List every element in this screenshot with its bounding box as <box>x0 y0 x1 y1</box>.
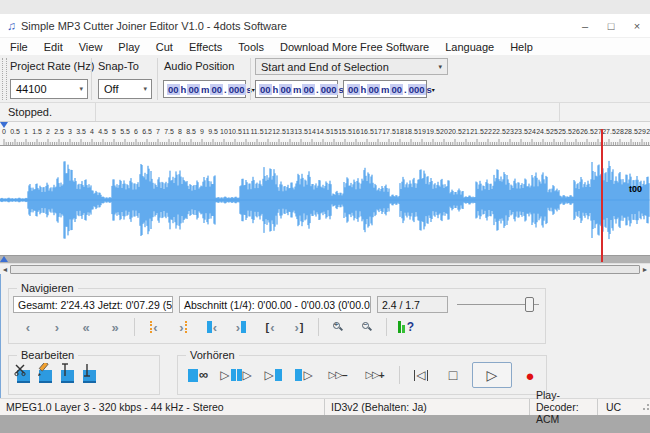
to-file-end-button[interactable]: ›] <box>286 317 312 337</box>
play-to-selection-button[interactable]: ▷ <box>260 363 286 387</box>
trim-end-button[interactable] <box>83 364 96 388</box>
waveform-panel[interactable] <box>0 145 650 256</box>
skip-start-icon: ◁ <box>416 369 425 381</box>
marker-strip <box>0 256 650 263</box>
menu-view[interactable]: View <box>71 41 111 53</box>
to-selection-end-button[interactable]: › <box>228 317 254 337</box>
prev-marker-button[interactable]: ‹ <box>141 317 167 337</box>
selection-mode-label: Start and End of Selection <box>261 61 389 73</box>
skip-to-start-button[interactable]: ◁ <box>408 363 434 387</box>
trim-start-button[interactable] <box>61 364 74 388</box>
navigate-group-label: Navigieren <box>17 282 78 294</box>
snap-to-combobox[interactable]: Off ▾ <box>98 79 152 99</box>
selection-bar-icon <box>237 369 242 381</box>
spinner-dropdown-icon[interactable]: ▾ <box>432 86 435 93</box>
menu-cut[interactable]: Cut <box>148 41 181 53</box>
toolbar-separator <box>157 58 158 100</box>
preview-longer-button[interactable]: ▷▷ + <box>359 363 391 387</box>
record-icon: ● <box>525 368 534 383</box>
play-button[interactable]: ▷ <box>472 362 512 388</box>
zoom-slider[interactable] <box>457 296 539 313</box>
snap-to-label: Snap-To <box>98 60 139 72</box>
menu-effects[interactable]: Effects <box>181 41 230 53</box>
zoom-ratio-box: 2.4 / 1.7 <box>377 296 448 313</box>
step-forward-button[interactable]: › <box>44 317 70 337</box>
selection-bar-icon <box>295 369 302 381</box>
preview-group-label: Vorhören <box>186 349 239 361</box>
transport-status-row: Stopped. <box>0 103 650 122</box>
close-button[interactable]: × <box>624 15 650 37</box>
menu-file[interactable]: File <box>2 41 36 53</box>
selection-mode-combobox[interactable]: Start and End of Selection ▾ <box>255 58 448 75</box>
jump-forward-button[interactable]: » <box>102 317 128 337</box>
slider-thumb[interactable] <box>525 297 534 312</box>
scroll-right-icon[interactable]: ► <box>640 266 650 273</box>
clip-label: t00 <box>629 184 642 194</box>
help-button[interactable]: ? <box>393 317 419 337</box>
separator <box>399 366 400 384</box>
ruler-ticks <box>0 122 650 145</box>
marker-dash-icon <box>150 321 152 333</box>
play-from-selection-button[interactable]: ▷ <box>291 363 317 387</box>
zoom-in-button[interactable]: + <box>325 317 351 337</box>
menu-edit[interactable]: Edit <box>36 41 71 53</box>
trim-start-icon <box>61 370 74 383</box>
menu-download-more-free-software[interactable]: Download More Free Software <box>272 41 437 53</box>
edit-group-label: Bearbeiten <box>17 349 78 361</box>
audio-position-field[interactable]: 00h00m00.000s▾ <box>163 80 246 98</box>
maximize-button[interactable]: □ <box>598 15 624 37</box>
navigate-buttons: ‹ › « » ‹ › ‹ › [‹ ›] + − ? <box>15 316 419 338</box>
preview-shorter-button[interactable]: ▷▷ – <box>322 363 354 387</box>
scroll-left-icon[interactable]: ◄ <box>0 266 10 273</box>
status-empty-cell <box>560 103 650 121</box>
stop-button[interactable]: □ <box>439 363 467 387</box>
record-button[interactable]: ● <box>517 363 543 387</box>
menu-language[interactable]: Language <box>437 41 502 53</box>
help-icon: ? <box>398 321 414 333</box>
resize-grip-icon[interactable] <box>641 404 649 412</box>
selection-start-marker-bottom-icon[interactable] <box>0 256 8 262</box>
loop-selection-button[interactable]: ∞ <box>184 363 212 387</box>
pencil-icon <box>39 370 52 383</box>
cut-selection-button[interactable] <box>17 364 30 388</box>
audio-position-label: Audio Position <box>164 60 234 72</box>
status-empty-cell <box>96 103 560 121</box>
menu-bar: FileEditViewPlayCutEffectsToolsDownload … <box>0 38 650 55</box>
horizontal-scrollbar[interactable]: ◄ ► <box>0 263 650 274</box>
project-rate-combobox[interactable]: 44100 ▾ <box>10 79 88 99</box>
waveform-graphic <box>0 146 650 255</box>
menu-help[interactable]: Help <box>502 41 541 53</box>
preview-group: Vorhören ∞ ▷ ▷ ▷ ▷ ▷▷ – <box>177 355 547 395</box>
edit-selection-button[interactable] <box>39 364 52 388</box>
minimize-button[interactable]: – <box>572 15 598 37</box>
chevron-down-icon: ▾ <box>438 63 447 71</box>
step-back-button[interactable]: ‹ <box>15 317 41 337</box>
jump-back-button[interactable]: « <box>73 317 99 337</box>
selection-end-field[interactable]: 00h00m00.000s▾ <box>343 80 427 98</box>
chevron-down-icon: ▾ <box>143 85 151 93</box>
selection-start-field[interactable]: 00h00m00.000s▾ <box>255 80 338 98</box>
id3-status: ID3v2 (Behalten: Ja) <box>325 399 530 415</box>
selection-bar-icon <box>207 321 212 333</box>
window-controls: – □ × <box>572 15 650 37</box>
menu-tools[interactable]: Tools <box>230 41 272 53</box>
chevron-down-icon: ▾ <box>79 85 87 93</box>
to-selection-start-button[interactable]: ‹ <box>199 317 225 337</box>
total-time-info: Gesamt: 2'24.43 Jetzt: 0'07.29 (5%) <box>13 296 173 313</box>
window-title: Simple MP3 Cutter Joiner Editor V1.0 - 4… <box>21 20 287 32</box>
toolbar-grip <box>2 58 7 100</box>
menu-play[interactable]: Play <box>110 41 147 53</box>
next-marker-button[interactable]: › <box>170 317 196 337</box>
toolbar-separator <box>250 58 251 100</box>
loop-icon: ∞ <box>199 369 208 381</box>
title-bar: ♫ Simple MP3 Cutter Joiner Editor V1.0 -… <box>0 14 650 38</box>
playback-cursor[interactable] <box>601 129 603 262</box>
zoom-out-button[interactable]: − <box>354 317 380 337</box>
play-icon: ▷ <box>487 369 498 381</box>
play-around-selection-button[interactable]: ▷ ▷ <box>217 363 255 387</box>
zoom-out-icon: − <box>362 322 373 333</box>
scrollbar-thumb[interactable] <box>10 265 640 274</box>
timeline-ruler[interactable]: 00.511.522.533.544.555.566.577.588.599.5… <box>0 122 650 145</box>
to-file-start-button[interactable]: [‹ <box>257 317 283 337</box>
status-bar: MPEG1.0 Layer 3 - 320 kbps - 44 kHz - St… <box>0 398 650 415</box>
